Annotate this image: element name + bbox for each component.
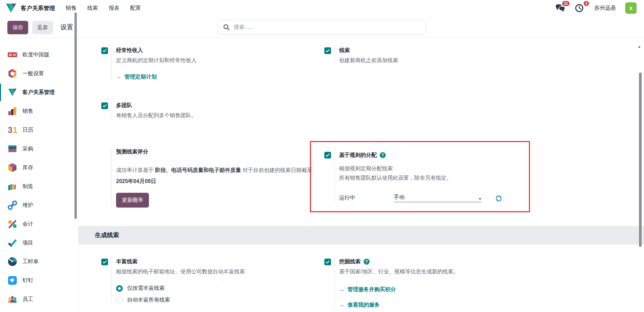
help-icon[interactable]: ? [364, 259, 370, 265]
radio-enrich-all[interactable]: 自动丰富所有线索 [116, 297, 170, 304]
setting-description-line2: 所有销售团队默认使用此设置，除非另有指定。 [339, 173, 452, 183]
setting-description: 成功率计算基于 阶段、电话号码质量和电子邮件质量 对于目前创建的线索日期截至 2… [116, 165, 322, 187]
running-mode-select[interactable]: 手动 ▼ [394, 193, 482, 202]
predictive-lead-scoring-setting: 预测线索评分 成功率计算基于 阶段、电话号码质量和电子邮件质量 对于目前创建的线… [111, 148, 327, 208]
setting-description: 将销售人员分配到多个销售团队。 [116, 111, 197, 120]
rule-based-assignment-checkbox[interactable] [324, 152, 331, 159]
setting-description: 基于国家/地区、行业、规模等信息生成新的线索。 [339, 267, 459, 276]
user-avatar[interactable]: X [625, 2, 637, 14]
discard-button[interactable]: 丢弃 [32, 21, 53, 34]
setting-title: 基于规则的分配 ? [339, 151, 386, 159]
sidebar-item-label: 钉钉 [22, 277, 33, 284]
refresh-button[interactable] [495, 195, 502, 202]
sidebar-item-manufacturing[interactable]: 制造 [0, 177, 78, 196]
messages-button[interactable]: 11 [555, 4, 566, 12]
sidebar-item-project[interactable]: 项目 [0, 233, 78, 252]
enrich-leads-setting: 丰富线索 根据线索的电子邮箱地址、使用公司数据自动丰富线索 仅按需丰富线索 自动… [111, 258, 245, 304]
sidebar-item-label: 日历 [22, 127, 33, 134]
sidebar-item-general-settings[interactable]: 一般设置 [0, 64, 78, 83]
accounting-icon [7, 219, 17, 229]
company-name[interactable]: 苏州远鼎 [594, 5, 616, 12]
sidebar-scroll-up-icon[interactable]: ▲ [73, 7, 76, 10]
employees-icon [7, 294, 17, 304]
setting-description: 根据线索的电子邮箱地址、使用公司数据自动丰富线索 [116, 267, 245, 276]
running-field-label: 运行中 [339, 193, 394, 202]
leads-checkbox[interactable] [324, 47, 331, 54]
radio-enrich-on-demand[interactable]: 仅按需丰富线索 [116, 285, 165, 292]
sidebar-item-purchase[interactable]: 采购 [0, 139, 78, 158]
leads-setting: 线索 创建新商机之前添加线索 [334, 46, 398, 65]
calendar-icon: 3 1 [7, 125, 17, 135]
settings-content: 经常性收入 定义商机的定期计划和经常性收入 → 管理定期计划 线索 创建新商机之… [78, 38, 644, 312]
svg-text:1: 1 [13, 125, 17, 135]
activities-badge: 1 [584, 1, 589, 6]
topbar-right: 11 1 苏州远鼎 X [555, 2, 637, 14]
check-icon [326, 153, 330, 157]
main-scroll-up-icon[interactable]: ▲ [638, 45, 641, 48]
help-icon[interactable]: ? [380, 152, 386, 158]
sidebar-item-timesheet[interactable]: 工时单 [0, 252, 78, 271]
multi-teams-checkbox[interactable] [101, 102, 108, 109]
menu-configuration[interactable]: 配置 [130, 5, 141, 12]
sidebar-item-sales[interactable]: 销售 [0, 102, 78, 121]
settings-icon [7, 69, 17, 79]
setting-title: 多团队 [116, 101, 132, 109]
messages-badge: 11 [562, 1, 570, 6]
top-navbar: 客户关系管理 销售 线索 报表 配置 11 [0, 0, 644, 16]
activities-button[interactable]: 1 [575, 4, 585, 12]
sidebar-item-maintenance[interactable]: 维护 [0, 196, 78, 215]
sidebar-item-crm[interactable]: 客户关系管理 [0, 83, 78, 102]
recurring-revenues-setting: 经常性收入 定义商机的定期计划和经常性收入 → 管理定期计划 [111, 46, 197, 81]
svg-text:3: 3 [8, 125, 12, 135]
sidebar-item-calendar[interactable]: 3 1 日历 [0, 121, 78, 139]
sidebar-item-employees[interactable]: 员工 [0, 290, 78, 309]
check-icon [103, 49, 107, 52]
view-my-services-link[interactable]: → 查看我的服务 [339, 301, 380, 309]
check-icon [103, 260, 107, 264]
lead-mining-checkbox[interactable] [324, 259, 331, 265]
oudu-logo-icon [7, 50, 17, 60]
sidebar-item-label: 会计 [22, 221, 33, 228]
arrow-right-icon: → [339, 301, 344, 309]
check-icon [326, 260, 330, 264]
menu-reporting[interactable]: 报表 [109, 5, 119, 12]
top-menu: 销售 线索 报表 配置 [66, 5, 141, 12]
save-button[interactable]: 保存 [7, 21, 28, 34]
sidebar-item-accounting[interactable]: 会计 [0, 215, 78, 233]
setting-title: 预测线索评分 [116, 148, 148, 156]
manage-recurring-plans-link[interactable]: → 管理定期计划 [116, 73, 157, 81]
project-icon [7, 238, 17, 248]
sidebar-item-oudu-china[interactable]: 欧度中国版 [0, 45, 78, 64]
sidebar-item-label: 欧度中国版 [22, 51, 49, 58]
manage-services-link[interactable]: → 管理服务并购买积分 [339, 285, 396, 294]
search-input[interactable] [233, 24, 421, 31]
radio-selected-icon [116, 285, 123, 292]
recurring-revenues-checkbox[interactable] [101, 47, 108, 54]
crm-app-logo-icon[interactable] [5, 3, 17, 13]
app-title[interactable]: 客户关系管理 [21, 4, 55, 12]
main-scrollbar[interactable] [639, 73, 642, 247]
crm-icon [7, 87, 17, 97]
setting-description: 创建新商机之前添加线索 [339, 56, 398, 65]
sidebar-scrollbar[interactable] [74, 12, 77, 219]
control-panel: 保存 丢弃 设置 [0, 16, 644, 38]
search-bar[interactable] [218, 20, 426, 35]
chevron-down-icon: ▼ [478, 197, 482, 201]
sales-icon [7, 106, 17, 116]
enrich-leads-checkbox[interactable] [101, 259, 108, 265]
setting-title: 丰富线索 [116, 258, 138, 266]
sidebar-item-dingtalk[interactable]: 钉钉 [0, 271, 78, 290]
sidebar-item-label: 采购 [22, 145, 33, 152]
sidebar-item-inventory[interactable]: 库存 [0, 158, 78, 177]
setting-description: 定义商机的定期计划和经常性收入 [116, 56, 197, 65]
setting-title: 经常性收入 [116, 46, 143, 54]
purchase-icon [7, 144, 17, 154]
running-field-row: 运行中 手动 ▼ [339, 193, 502, 202]
arrow-right-icon: → [116, 73, 121, 81]
setting-title: 挖掘线索 ? [339, 258, 370, 266]
update-probabilities-button[interactable]: 更新概率 [116, 193, 149, 208]
check-icon [326, 49, 330, 52]
sidebar-item-label: 库存 [22, 164, 33, 171]
menu-leads[interactable]: 线索 [87, 5, 98, 12]
sidebar-item-label: 客户关系管理 [22, 89, 55, 96]
